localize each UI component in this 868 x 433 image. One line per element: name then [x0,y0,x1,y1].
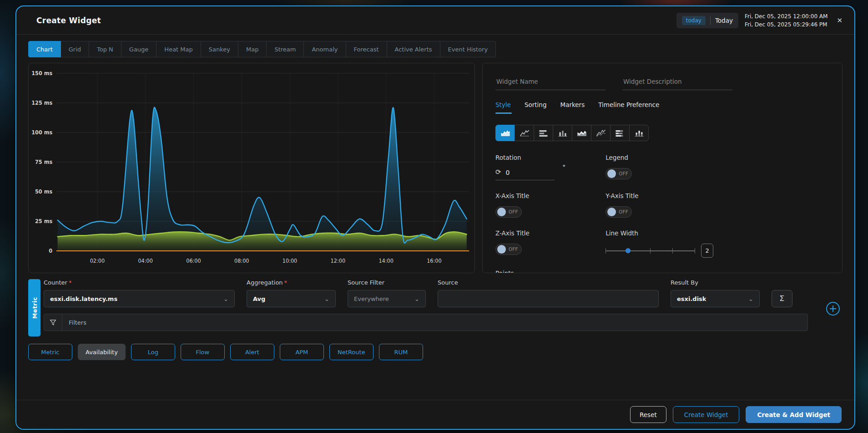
toggle-knob [607,208,616,216]
time-to: Fri, Dec 05, 2025 05:29:46 PM [745,20,828,29]
filters-bar[interactable]: Filters [44,314,808,331]
divider [710,16,711,25]
widget-tab-gauge[interactable]: Gauge [121,41,157,57]
y-axis-title-label: Y-Axis Title [606,192,829,199]
legend-toggle-state: OFF [619,171,628,176]
widget-tab-heat-map[interactable]: Heat Map [156,41,201,57]
dialog-footer: Reset Create Widget Create & Add Widget [16,400,854,429]
dialog-title: Create Widget [36,16,101,25]
metric-side-tab[interactable]: Metric [28,279,40,336]
line-width-slider[interactable] [606,247,695,255]
datasource-tab-log[interactable]: Log [131,344,175,360]
multi-line-chart-icon[interactable] [591,125,611,141]
y-axis-label: 0 [49,248,52,254]
line-width-row: 2 [606,244,829,258]
area-chart-icon[interactable] [495,125,515,141]
y-axis-label: 25 ms [35,218,52,224]
legend-label: Legend [606,154,829,161]
counter-dropdown[interactable]: esxi.disk.latency.ms ⌄ [44,290,235,307]
desc-col [622,75,829,90]
close-icon[interactable]: ✕ [837,16,843,25]
x-axis-title-control: X-Axis Title OFF [495,192,606,218]
z-axis-title-toggle[interactable]: OFF [495,244,522,255]
add-query-button[interactable] [826,302,840,316]
y-axis-label: 50 ms [35,188,52,195]
chart-preview-card: 150 ms125 ms100 ms75 ms50 ms25 ms002:000… [28,63,475,273]
stacked-area-chart-icon[interactable] [572,125,591,141]
horizontal-bar-chart-icon[interactable] [534,125,553,141]
funnel-icon [44,314,62,331]
slider-tick [672,248,673,254]
datasource-tab-alert[interactable]: Alert [230,344,274,360]
time-shortcut-badge[interactable]: today [682,16,706,25]
widget-tab-sankey[interactable]: Sankey [201,41,238,57]
widget-tab-forecast[interactable]: Forecast [346,41,387,57]
tab-markers[interactable]: Markers [560,101,585,114]
x-axis-label: 16:00 [427,258,441,264]
rotate-icon[interactable]: ⟳ [495,168,501,176]
stacked-horizontal-bar-chart-icon[interactable] [610,125,630,141]
dialog-header: Create Widget today Today Fri, Dec 05, 2… [16,6,854,35]
datasource-tab-apm[interactable]: APM [280,344,324,360]
aggregation-label: Aggregation* [247,279,336,286]
tab-style[interactable]: Style [495,101,511,114]
aggregate-sigma-button[interactable]: Σ [772,290,792,307]
tab-sorting[interactable]: Sorting [525,101,547,114]
legend-toggle[interactable]: OFF [606,168,632,179]
x-axis-label: 02:00 [90,258,105,264]
line-chart-icon[interactable] [515,125,534,141]
time-range-label[interactable]: Today [715,17,733,24]
stacked-vertical-bar-chart-icon[interactable] [629,125,649,141]
line-width-control: Line Width 2 [606,229,829,258]
y-axis-label: 100 ms [31,129,52,136]
latency-chart-svg[interactable]: 150 ms125 ms100 ms75 ms50 ms25 ms002:000… [30,65,473,271]
time-from: Fri, Dec 05, 2025 12:00:00 AM [745,12,828,20]
rotation-field[interactable]: ⟳ 0 ° [495,168,555,180]
x-axis-title-toggle[interactable]: OFF [495,206,522,218]
style-tabbar: Style Sorting Markers Timeline Preferenc… [495,101,829,114]
degree-symbol: ° [563,163,566,170]
widget-tab-map[interactable]: Map [238,41,267,57]
aggregation-dropdown[interactable]: Avg ⌄ [247,290,336,307]
source-filter-dropdown[interactable]: Everywhere ⌄ [348,290,426,307]
widget-tab-grid[interactable]: Grid [61,41,89,57]
create-add-widget-button[interactable]: Create & Add Widget [746,406,842,423]
datasource-tab-flow[interactable]: Flow [181,344,225,360]
widget-name-input[interactable] [495,75,606,90]
datasource-tab-metric[interactable]: Metric [28,344,72,360]
widget-tab-chart[interactable]: Chart [28,41,61,57]
source-input[interactable] [438,290,659,307]
reset-button[interactable]: Reset [630,406,666,423]
widget-tab-top-n[interactable]: Top N [89,41,121,57]
slider-tick [606,248,606,254]
widget-settings-panel: Style Sorting Markers Timeline Preferenc… [482,63,843,273]
widget-tab-event-history[interactable]: Event History [440,41,496,57]
result-by-label: Result By [671,279,760,286]
widget-tab-active-alerts[interactable]: Active Alerts [387,41,440,57]
y-axis-title-toggle[interactable]: OFF [606,206,632,218]
required-mark: * [69,279,72,286]
y-axis-title-control: Y-Axis Title OFF [606,192,829,218]
x-axis-label: 10:00 [283,258,297,264]
source-label: Source [438,279,659,286]
widget-tab-anomaly[interactable]: Anomaly [304,41,346,57]
rotation-control: Rotation ⟳ 0 ° [495,154,606,180]
source-field: Source [438,279,659,307]
widget-description-input[interactable] [622,75,732,90]
tab-timeline-preference[interactable]: Timeline Preference [598,101,659,114]
create-widget-button[interactable]: Create Widget [673,406,740,423]
vertical-bar-chart-icon[interactable] [553,125,572,141]
result-by-dropdown[interactable]: esxi.disk ⌄ [671,290,760,307]
time-range-picker[interactable]: today Today [676,13,738,28]
aggregation-value: Avg [253,295,265,302]
time-range-values: Fri, Dec 05, 2025 12:00:00 AM Fri, Dec 0… [745,12,828,29]
datasource-tab-netroute[interactable]: NetRoute [329,344,373,360]
y-axis-label: 125 ms [31,100,52,106]
metric-query-section: Metric Counter* esxi.disk.latency.ms ⌄ A… [28,279,843,336]
datasource-tab-rum[interactable]: RUM [379,344,423,360]
source-filter-value: Everywhere [354,295,389,302]
slider-handle[interactable] [626,248,631,253]
widget-tab-stream[interactable]: Stream [267,41,304,57]
chevron-down-icon: ⌄ [414,295,419,302]
datasource-tab-availability[interactable]: Availability [78,344,126,360]
